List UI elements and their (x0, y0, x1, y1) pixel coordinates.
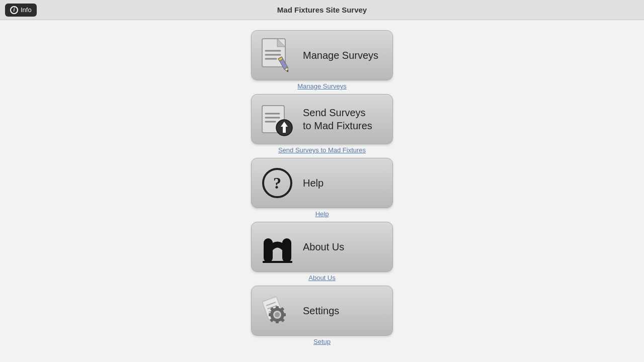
settings-label: Settings (303, 304, 339, 317)
help-icon-container: ? (260, 165, 295, 201)
send-surveys-container: Send Surveys to Mad Fixtures Send Survey… (251, 94, 393, 154)
svg-rect-24 (276, 306, 279, 310)
about-us-icon (261, 231, 294, 263)
manage-surveys-link[interactable]: Manage Surveys (297, 82, 347, 90)
settings-container: Settings Setup (251, 286, 393, 345)
info-button[interactable]: i Info (5, 4, 37, 17)
svg-point-32 (275, 312, 280, 317)
help-label: Help (303, 176, 324, 190)
info-icon: i (10, 6, 18, 14)
about-us-link[interactable]: About Us (308, 274, 335, 282)
svg-rect-27 (269, 313, 272, 316)
manage-surveys-label: Manage Surveys (303, 49, 378, 62)
settings-icon (261, 295, 294, 327)
main-content: Manage Surveys Manage Surveys (0, 20, 644, 359)
about-us-container: About Us About Us (251, 222, 393, 282)
help-container: ? Help Help (251, 158, 393, 218)
help-card[interactable]: ? Help (251, 158, 393, 208)
send-surveys-icon (261, 102, 294, 137)
svg-rect-25 (276, 320, 279, 323)
send-surveys-card[interactable]: Send Surveys to Mad Fixtures (251, 94, 393, 144)
settings-card[interactable]: Settings (251, 286, 393, 336)
settings-icon-container (260, 293, 295, 328)
svg-rect-17 (263, 261, 292, 263)
help-icon: ? (262, 168, 292, 198)
settings-link[interactable]: Setup (313, 338, 331, 345)
about-us-card[interactable]: About Us (251, 222, 393, 272)
send-surveys-label: Send Surveys to Mad Fixtures (303, 106, 372, 132)
header-title: Mad Fixtures Site Survey (277, 6, 367, 14)
manage-surveys-icon (261, 38, 294, 73)
send-surveys-icon-container (260, 102, 295, 137)
about-us-label: About Us (303, 240, 344, 253)
about-us-icon-container (260, 229, 295, 264)
info-button-label: Info (21, 6, 32, 14)
manage-surveys-icon-container (260, 38, 295, 73)
help-link[interactable]: Help (315, 210, 329, 218)
send-surveys-link[interactable]: Send Surveys to Mad Fixtures (278, 146, 366, 154)
manage-surveys-card[interactable]: Manage Surveys (251, 30, 393, 80)
header: i Info Mad Fixtures Site Survey (0, 0, 644, 20)
svg-rect-26 (282, 313, 286, 316)
manage-surveys-container: Manage Surveys Manage Surveys (251, 30, 393, 90)
